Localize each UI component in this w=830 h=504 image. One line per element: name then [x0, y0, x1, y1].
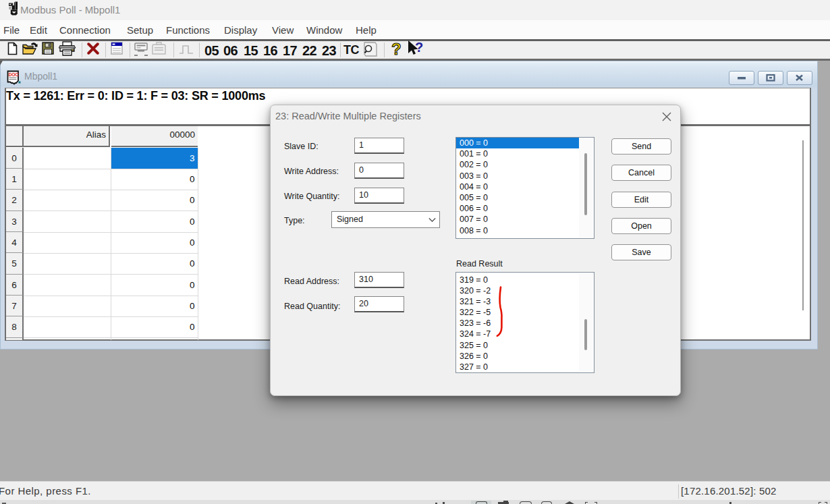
svg-text:DOC: DOC [9, 72, 19, 76]
svg-text:?: ? [415, 40, 423, 55]
svg-text:?: ? [391, 40, 402, 58]
